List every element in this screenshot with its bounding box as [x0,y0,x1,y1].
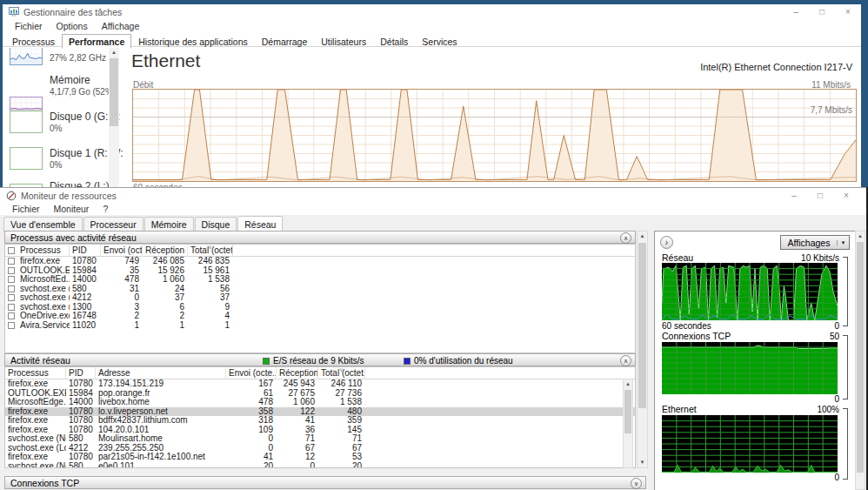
tab-processeur[interactable]: Processeur [83,217,144,232]
column-header[interactable]: Total (octet...∨ [318,367,365,379]
table-row[interactable]: svchost.exe (Loc...4212239.255.255.25006… [5,444,635,453]
row-checkbox[interactable] [8,304,15,311]
table-row[interactable]: MicrosoftEdge...14000livebox.home4781 06… [5,398,635,407]
views-dropdown-button[interactable]: Affichages ▼ [780,235,850,250]
tab-m-moire[interactable]: Mémoire [144,217,194,232]
column-header[interactable]: PID [70,245,101,257]
tab-processus[interactable]: Processus [5,34,62,49]
row-checkbox[interactable] [8,258,15,265]
tab-d-marrage[interactable]: Démarrage [255,34,315,49]
table-row[interactable]: firefox.exe10780bdffx42837.lithium.com31… [5,416,635,426]
table-row[interactable]: svchost.exe (...421203737 [5,293,635,303]
cpu-usage-value[interactable]: 27% 2,82 GHz [50,53,106,63]
column-header[interactable]: Total (octet...∨ [188,245,233,257]
row-checkbox[interactable] [8,285,15,292]
disk1-mini-chart[interactable] [10,147,43,170]
row-checkbox[interactable] [8,312,15,319]
scrollbar-thumb[interactable] [624,390,631,433]
tab-historique-des-applications[interactable]: Historique des applications [131,34,255,49]
table-row[interactable]: svchost.exe (...1300369 [5,303,635,312]
cell: 1 060 [277,398,318,407]
menu--[interactable]: ? [96,204,115,214]
tab-utilisateurs[interactable]: Utilisateurs [314,34,373,49]
collapse-section-icon[interactable]: ∧ [620,232,631,244]
tab-r-seau[interactable]: Réseau [237,216,283,232]
close-button[interactable]: × [833,191,859,200]
column-header[interactable]: Réception (... [277,367,318,379]
menu-moniteur[interactable]: Moniteur [47,204,97,214]
section-header-network-activity[interactable]: Activité réseau E/S réseau de 9 Kbits/s … [4,353,636,366]
table-row[interactable]: Avira.Service...11020111 [5,321,635,331]
cell: lo.v.liveperson.net [96,407,226,417]
table-row[interactable]: OUTLOOK.EXE159843515 92615 961 [5,266,635,276]
window-scrollbar[interactable]: ▲ [855,231,865,490]
scroll-up-icon[interactable]: ▲ [624,379,632,389]
scrollbar-thumb[interactable] [110,58,118,126]
row-checkbox[interactable] [8,294,15,301]
minimize-button[interactable]: – [781,191,807,200]
table-row[interactable]: svchost.exe (...580312456 [5,285,635,294]
cell: OneDrive.exe [17,312,70,321]
column-header[interactable]: Réception (... [143,245,188,257]
section-header-processes[interactable]: Processus avec activité réseau ∧ [4,231,636,244]
tab-vue-d-ensemble[interactable]: Vue d'ensemble [3,217,83,232]
expand-panel-icon[interactable]: › [660,236,673,249]
table-row[interactable]: firefox.exe10780749246 085246 835 [5,257,635,266]
column-header[interactable]: Processus [17,245,70,257]
table-row[interactable]: firefox.exe10780lo.v.liveperson.net35812… [5,407,635,417]
memory-usage-value: 4,1/7,9 Go (52%) [50,87,116,97]
scroll-down-icon[interactable]: ▼ [638,458,647,467]
section-header-tcp-connections[interactable]: Connexions TCP ∨ [4,476,646,489]
maximize-button[interactable]: □ [807,191,833,200]
section-title: Processus avec activité réseau [10,232,137,243]
column-header[interactable]: Adresse [96,367,226,379]
sidebar-scrollbar[interactable]: ▲ [109,48,119,187]
column-header[interactable]: Envoi (octe... [226,367,277,379]
menu-affichage[interactable]: Affichage [95,21,147,31]
row-checkbox[interactable] [8,247,15,254]
cpu-mini-chart[interactable] [10,48,43,65]
table-row[interactable]: MicrosoftEd...140004781 0601 538 [5,275,635,285]
tab-d-tails[interactable]: Détails [373,34,415,49]
task-manager-titlebar[interactable]: Gestionnaire des tâches – □ × [3,4,861,19]
tab-disque[interactable]: Disque [195,217,237,232]
scroll-up-icon[interactable]: ▲ [856,232,865,241]
row-checkbox[interactable] [8,322,15,329]
disk0-mini-chart[interactable] [10,111,43,133]
table-row[interactable]: svchost.exe (Ne...580Moulinsart.home0717… [5,434,635,444]
cell: 2 [143,312,188,321]
maximize-button[interactable]: □ [809,7,835,17]
expand-section-icon[interactable]: ∨ [631,478,642,489]
menu-fichier[interactable]: Fichier [5,204,47,214]
scrollbar-thumb[interactable] [857,242,864,473]
cell: 4212 [70,293,101,303]
scroll-up-icon[interactable]: ▲ [109,48,119,57]
menu-fichier[interactable]: Fichier [8,21,50,31]
column-header[interactable]: Processus [5,367,66,379]
table-row[interactable]: OUTLOOK.EXE15984pop.orange.fr6127 67527 … [5,389,635,399]
column-header[interactable]: PID [66,367,96,379]
table-row[interactable]: firefox.exe10780173.194.151.219167245 94… [5,379,635,389]
row-checkbox[interactable] [8,267,15,274]
column-header[interactable]: Envoi (octe... [101,245,143,257]
content-scrollbar[interactable]: ▲ ▼ [637,231,648,468]
scroll-up-icon[interactable]: ▲ [638,232,647,241]
minimize-button[interactable]: – [783,7,809,17]
table-row[interactable]: firefox.exe10780par21s05-in-f142.1e100.n… [5,453,635,462]
tab-services[interactable]: Services [415,34,464,49]
table-row[interactable]: OneDrive.exe16748224 [5,312,635,321]
close-button[interactable]: × [835,7,861,17]
menu-options[interactable]: Options [50,21,95,31]
activity-table-scrollbar[interactable]: ▲ [623,379,633,468]
row-checkbox[interactable] [8,276,15,283]
resource-monitor-titlebar[interactable]: Moniteur de ressources – □ × [0,188,866,203]
collapse-section-icon[interactable]: ∧ [620,355,631,366]
tab-performance[interactable]: Performance [62,34,131,49]
ethernet-throughput-chart[interactable]: 7,7 Mbits/s [132,89,857,182]
scrollbar-thumb[interactable] [638,243,646,408]
network-graph [662,263,838,320]
table-row[interactable]: firefox.exe10780104.20.0.10110936145 [5,426,635,435]
cell: 27 675 [277,389,318,399]
cell: 109 [226,426,277,435]
table-row[interactable]: svchost.exe (Ne...580e0e0.101..20020 [5,462,635,469]
